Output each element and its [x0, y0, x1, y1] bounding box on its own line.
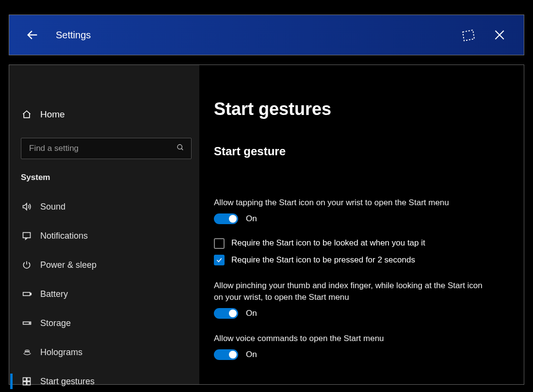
battery-icon: [22, 289, 40, 299]
sidebar-item-label: Power & sleep: [40, 260, 97, 270]
sidebar-item-label: Start gestures: [40, 376, 95, 387]
svg-point-11: [29, 323, 30, 324]
setting-voice-desc: Allow voice commands to open the Start m…: [214, 333, 490, 345]
search-icon: [177, 144, 186, 153]
window-titlebar: Settings: [9, 15, 524, 55]
toggle-pinch[interactable]: [214, 308, 238, 319]
sidebar-item-label: Holograms: [40, 347, 82, 358]
toggle-pinch-label: On: [246, 308, 257, 320]
svg-rect-7: [23, 232, 31, 238]
checkbox-require-press[interactable]: Require the Start icon to be pressed for…: [214, 254, 490, 266]
power-icon: [22, 260, 40, 270]
setting-tap: Allow tapping the Start icon on your wri…: [214, 197, 490, 266]
setting-pinch-desc: Allow pinching your thumb and index fing…: [214, 280, 490, 304]
sidebar-nav: Sound Notifications Powe: [9, 192, 199, 392]
home-icon: [22, 110, 40, 119]
svg-marker-1: [463, 30, 474, 41]
window-title: Settings: [56, 30, 91, 41]
svg-rect-14: [27, 378, 31, 381]
start-gestures-icon: [22, 376, 40, 386]
storage-icon: [22, 318, 40, 328]
sidebar-home-label: Home: [40, 109, 65, 120]
section-title: Start gesture: [214, 145, 504, 158]
sidebar-item-holograms[interactable]: Holograms: [9, 338, 199, 367]
toggle-tap[interactable]: [214, 213, 238, 224]
svg-rect-9: [31, 293, 32, 294]
setting-pinch: Allow pinching your thumb and index fing…: [214, 280, 490, 320]
page-title: Start gestures: [214, 99, 504, 119]
setting-tap-desc: Allow tapping the Start icon on your wri…: [214, 197, 490, 209]
sidebar-item-label: Notifications: [40, 231, 88, 241]
window-restore-button[interactable]: [453, 20, 484, 49]
sidebar-item-label: Sound: [40, 202, 65, 212]
svg-point-4: [178, 145, 182, 149]
sound-icon: [22, 202, 40, 212]
svg-line-5: [181, 148, 183, 150]
sidebar-item-power-sleep[interactable]: Power & sleep: [9, 250, 199, 279]
arrow-left-icon: [26, 28, 39, 42]
svg-rect-15: [23, 382, 27, 385]
checkbox-require-look-label: Require the Start icon to be looked at w…: [231, 237, 425, 249]
window-close-button[interactable]: [484, 20, 515, 49]
sidebar-search: [21, 138, 192, 159]
holograms-icon: [22, 347, 40, 357]
back-button[interactable]: [23, 25, 42, 45]
setting-voice: Allow voice commands to open the Start m…: [214, 333, 490, 360]
sidebar-item-battery[interactable]: Battery: [9, 279, 199, 309]
main-content: Start gestures Start gesture Allow tappi…: [199, 65, 524, 384]
search-input[interactable]: [29, 144, 177, 153]
svg-marker-6: [23, 203, 27, 210]
sidebar: Home System: [9, 65, 199, 384]
toggle-voice-label: On: [246, 349, 257, 361]
checkbox-require-look[interactable]: Require the Start icon to be looked at w…: [214, 237, 490, 249]
sidebar-item-sound[interactable]: Sound: [9, 192, 199, 221]
svg-rect-16: [27, 382, 31, 385]
checkbox-require-press-label: Require the Start icon to be pressed for…: [231, 254, 415, 266]
notifications-icon: [22, 231, 40, 241]
toggle-tap-label: On: [246, 213, 257, 225]
svg-rect-13: [23, 378, 27, 381]
sidebar-item-start-gestures[interactable]: Start gestures: [9, 367, 199, 392]
settings-window: Home System: [9, 65, 524, 385]
close-icon: [493, 29, 506, 41]
sidebar-item-label: Battery: [40, 289, 68, 299]
sidebar-category-label: System: [21, 173, 199, 182]
sidebar-item-label: Storage: [40, 318, 71, 328]
window-restore-icon: [460, 28, 477, 42]
sidebar-item-storage[interactable]: Storage: [9, 309, 199, 338]
checkbox-box: [214, 238, 225, 249]
checkbox-box: [214, 255, 225, 265]
toggle-voice[interactable]: [214, 349, 238, 360]
sidebar-home[interactable]: Home: [9, 104, 199, 125]
svg-rect-8: [23, 293, 30, 296]
sidebar-item-notifications[interactable]: Notifications: [9, 221, 199, 250]
